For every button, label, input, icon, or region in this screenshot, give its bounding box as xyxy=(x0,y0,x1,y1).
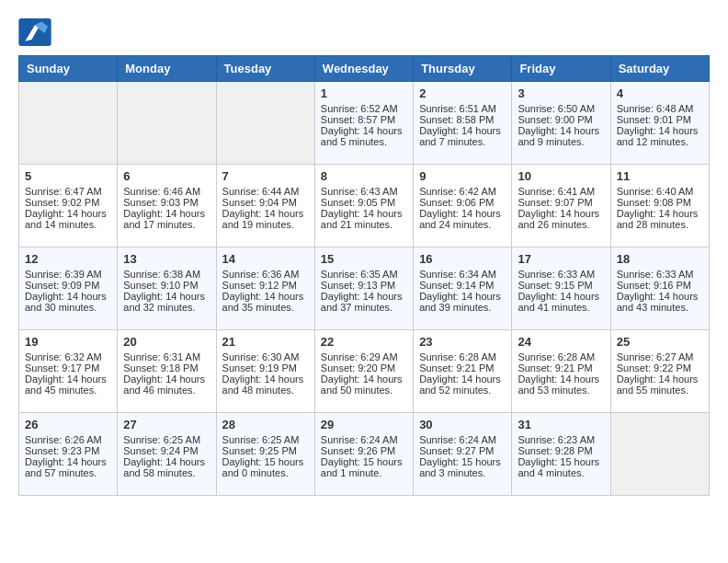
daylight-text: Daylight: 14 hours and 32 minutes. xyxy=(123,291,210,313)
calendar-cell: 29Sunrise: 6:24 AMSunset: 9:26 PMDayligh… xyxy=(314,413,413,496)
sunset-text: Sunset: 9:01 PM xyxy=(617,114,703,125)
calendar-cell: 23Sunrise: 6:28 AMSunset: 9:21 PMDayligh… xyxy=(414,330,512,413)
sunrise-text: Sunrise: 6:30 AM xyxy=(222,351,309,362)
calendar-cell xyxy=(118,82,216,165)
weekday-header: Friday xyxy=(512,56,610,82)
sunrise-text: Sunrise: 6:40 AM xyxy=(617,186,703,197)
page-header xyxy=(18,18,710,46)
calendar-cell: 28Sunrise: 6:25 AMSunset: 9:25 PMDayligh… xyxy=(216,413,314,496)
sunset-text: Sunset: 9:03 PM xyxy=(123,197,210,208)
daylight-text: Daylight: 14 hours and 50 minutes. xyxy=(321,373,407,396)
daylight-text: Daylight: 14 hours and 17 minutes. xyxy=(123,208,210,230)
sunset-text: Sunset: 9:07 PM xyxy=(518,197,604,208)
day-number: 27 xyxy=(123,418,210,431)
calendar-cell: 30Sunrise: 6:24 AMSunset: 9:27 PMDayligh… xyxy=(414,413,512,496)
calendar-week-row: 5Sunrise: 6:47 AMSunset: 9:02 PMDaylight… xyxy=(19,165,710,247)
sunset-text: Sunset: 8:58 PM xyxy=(419,114,506,125)
day-number: 29 xyxy=(321,418,407,431)
calendar-cell: 12Sunrise: 6:39 AMSunset: 9:09 PMDayligh… xyxy=(19,247,118,330)
day-number: 20 xyxy=(123,335,210,349)
sunset-text: Sunset: 9:21 PM xyxy=(518,362,604,373)
daylight-text: Daylight: 14 hours and 46 minutes. xyxy=(123,373,210,396)
daylight-text: Daylight: 14 hours and 14 minutes. xyxy=(25,208,111,230)
daylight-text: Daylight: 14 hours and 55 minutes. xyxy=(617,373,703,396)
sunrise-text: Sunrise: 6:28 AM xyxy=(419,351,506,362)
sunset-text: Sunset: 9:13 PM xyxy=(321,280,407,291)
daylight-text: Daylight: 14 hours and 48 minutes. xyxy=(222,373,309,396)
day-number: 10 xyxy=(518,169,604,183)
calendar-cell: 11Sunrise: 6:40 AMSunset: 9:08 PMDayligh… xyxy=(610,165,709,247)
sunset-text: Sunset: 9:19 PM xyxy=(222,362,309,373)
daylight-text: Daylight: 14 hours and 45 minutes. xyxy=(25,373,111,396)
weekday-header-row: SundayMondayTuesdayWednesdayThursdayFrid… xyxy=(19,56,710,82)
day-number: 18 xyxy=(617,252,703,266)
day-number: 2 xyxy=(419,86,506,100)
sunset-text: Sunset: 9:15 PM xyxy=(518,280,604,291)
daylight-text: Daylight: 14 hours and 26 minutes. xyxy=(518,208,604,230)
calendar-cell xyxy=(19,82,118,165)
sunset-text: Sunset: 9:23 PM xyxy=(25,445,111,456)
calendar-cell: 21Sunrise: 6:30 AMSunset: 9:19 PMDayligh… xyxy=(216,330,314,413)
sunset-text: Sunset: 9:22 PM xyxy=(617,362,703,373)
sunrise-text: Sunrise: 6:23 AM xyxy=(518,434,604,445)
day-number: 22 xyxy=(321,335,407,349)
day-number: 9 xyxy=(419,169,506,183)
weekday-header: Thursday xyxy=(414,56,512,82)
calendar-week-row: 12Sunrise: 6:39 AMSunset: 9:09 PMDayligh… xyxy=(19,247,710,330)
sunset-text: Sunset: 9:21 PM xyxy=(419,362,506,373)
calendar-cell: 9Sunrise: 6:42 AMSunset: 9:06 PMDaylight… xyxy=(414,165,512,247)
daylight-text: Daylight: 14 hours and 28 minutes. xyxy=(617,208,703,230)
sunset-text: Sunset: 9:14 PM xyxy=(419,280,506,291)
calendar-week-row: 1Sunrise: 6:52 AMSunset: 8:57 PMDaylight… xyxy=(19,82,710,165)
calendar-cell: 19Sunrise: 6:32 AMSunset: 9:17 PMDayligh… xyxy=(19,330,118,413)
sunset-text: Sunset: 9:27 PM xyxy=(419,445,506,456)
sunset-text: Sunset: 9:09 PM xyxy=(25,280,111,291)
sunrise-text: Sunrise: 6:33 AM xyxy=(518,269,604,280)
daylight-text: Daylight: 14 hours and 53 minutes. xyxy=(518,373,604,396)
calendar-cell: 13Sunrise: 6:38 AMSunset: 9:10 PMDayligh… xyxy=(118,247,216,330)
sunrise-text: Sunrise: 6:33 AM xyxy=(617,269,703,280)
calendar-cell: 27Sunrise: 6:25 AMSunset: 9:24 PMDayligh… xyxy=(118,413,216,496)
sunrise-text: Sunrise: 6:41 AM xyxy=(518,186,604,197)
daylight-text: Daylight: 14 hours and 12 minutes. xyxy=(617,125,703,147)
sunset-text: Sunset: 9:26 PM xyxy=(321,445,407,456)
daylight-text: Daylight: 15 hours and 4 minutes. xyxy=(518,456,604,478)
sunrise-text: Sunrise: 6:36 AM xyxy=(222,269,309,280)
calendar-cell: 2Sunrise: 6:51 AMSunset: 8:58 PMDaylight… xyxy=(414,82,512,165)
sunset-text: Sunset: 9:18 PM xyxy=(123,362,210,373)
weekday-header: Tuesday xyxy=(216,56,314,82)
calendar-week-row: 26Sunrise: 6:26 AMSunset: 9:23 PMDayligh… xyxy=(19,413,710,496)
day-number: 25 xyxy=(617,335,703,349)
day-number: 24 xyxy=(518,335,604,349)
sunset-text: Sunset: 9:04 PM xyxy=(222,197,309,208)
daylight-text: Daylight: 15 hours and 1 minute. xyxy=(321,456,407,478)
sunset-text: Sunset: 9:00 PM xyxy=(518,114,604,125)
daylight-text: Daylight: 14 hours and 41 minutes. xyxy=(518,291,604,313)
day-number: 21 xyxy=(222,335,309,349)
daylight-text: Daylight: 14 hours and 30 minutes. xyxy=(25,291,111,313)
day-number: 6 xyxy=(123,169,210,183)
sunrise-text: Sunrise: 6:32 AM xyxy=(25,351,111,362)
weekday-header: Saturday xyxy=(610,56,709,82)
weekday-header: Monday xyxy=(118,56,216,82)
calendar-cell: 24Sunrise: 6:28 AMSunset: 9:21 PMDayligh… xyxy=(512,330,610,413)
day-number: 26 xyxy=(25,418,111,431)
daylight-text: Daylight: 14 hours and 52 minutes. xyxy=(419,373,506,396)
sunset-text: Sunset: 9:28 PM xyxy=(518,445,604,456)
daylight-text: Daylight: 14 hours and 35 minutes. xyxy=(222,291,309,313)
day-number: 1 xyxy=(321,86,407,100)
day-number: 17 xyxy=(518,252,604,266)
daylight-text: Daylight: 14 hours and 19 minutes. xyxy=(222,208,309,230)
sunrise-text: Sunrise: 6:26 AM xyxy=(25,434,111,445)
sunrise-text: Sunrise: 6:47 AM xyxy=(25,186,111,197)
calendar-cell: 3Sunrise: 6:50 AMSunset: 9:00 PMDaylight… xyxy=(512,82,610,165)
daylight-text: Daylight: 14 hours and 37 minutes. xyxy=(321,291,407,313)
sunset-text: Sunset: 8:57 PM xyxy=(321,114,407,125)
sunrise-text: Sunrise: 6:29 AM xyxy=(321,351,407,362)
sunrise-text: Sunrise: 6:34 AM xyxy=(419,269,506,280)
sunrise-text: Sunrise: 6:46 AM xyxy=(123,186,210,197)
calendar-cell: 16Sunrise: 6:34 AMSunset: 9:14 PMDayligh… xyxy=(414,247,512,330)
calendar-cell: 5Sunrise: 6:47 AMSunset: 9:02 PMDaylight… xyxy=(19,165,118,247)
sunrise-text: Sunrise: 6:43 AM xyxy=(321,186,407,197)
daylight-text: Daylight: 14 hours and 43 minutes. xyxy=(617,291,703,313)
